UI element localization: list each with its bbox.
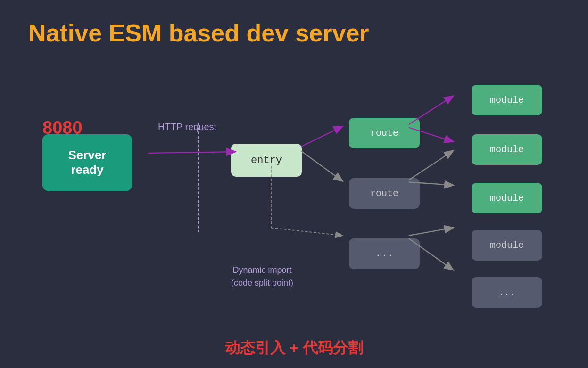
page-title: Native ESM based dev server [28,19,560,47]
diagram: 8080 HTTP request Server ready entry rou… [28,61,560,330]
route-box-gray: route [349,178,420,209]
svg-line-11 [409,228,453,235]
svg-line-6 [271,228,342,235]
server-ready-box: Server ready [42,134,132,191]
svg-line-0 [148,152,235,153]
entry-box: entry [231,144,302,177]
module-box-4: module [472,230,542,261]
svg-line-3 [301,127,342,147]
dynamic-import-label: Dynamic import (code split point) [231,264,293,289]
slide: Native ESM based dev server 8080 HTTP re… [0,0,588,368]
route-box-green: route [349,118,420,148]
module-box-5: ... [472,277,542,308]
module-box-1: module [472,85,542,115]
dots-box: ... [349,238,420,269]
module-box-2: module [472,134,542,165]
svg-line-4 [301,151,342,180]
module-box-3: module [472,183,542,213]
bottom-label: 动态引入 + 代码分割 [0,338,588,359]
svg-line-9 [409,151,453,180]
http-label: HTTP request [158,122,216,132]
